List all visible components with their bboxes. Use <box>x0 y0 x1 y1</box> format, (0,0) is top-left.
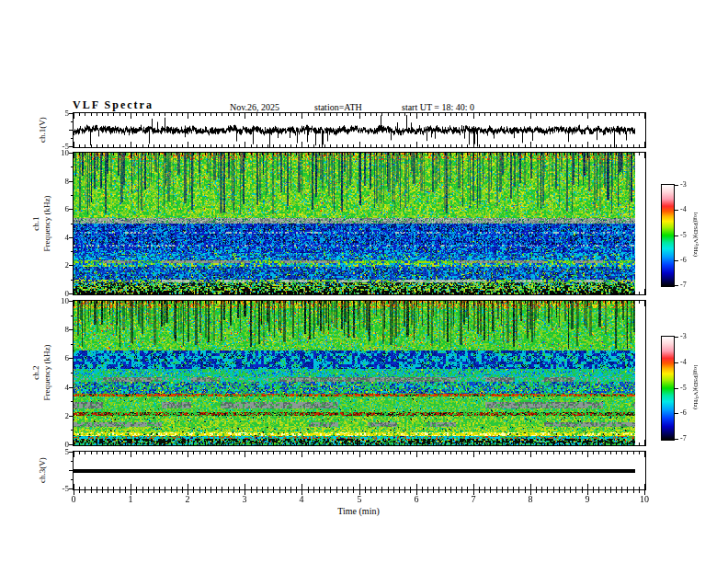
x-axis-outer-tick <box>273 490 274 493</box>
x-tick <box>427 153 428 155</box>
x-tick <box>330 301 331 304</box>
x-tick <box>301 113 302 119</box>
x-tick <box>433 292 434 294</box>
x-tick <box>210 144 211 147</box>
x-axis-outer-tick <box>627 490 628 493</box>
x-tick <box>171 442 172 445</box>
x-tick <box>616 442 617 445</box>
x-tick <box>388 113 389 116</box>
x-tick <box>74 484 74 489</box>
x-tick <box>165 153 165 155</box>
x-tick <box>313 442 314 445</box>
x-tick <box>342 113 343 116</box>
x-tick <box>113 144 114 147</box>
x-tick <box>182 301 183 304</box>
x-tick <box>301 452 302 457</box>
x-tick <box>438 113 439 116</box>
x-axis-outer-tick <box>507 490 508 493</box>
x-tick <box>336 487 337 489</box>
x-tick <box>245 289 245 294</box>
x-tick <box>433 301 434 304</box>
x-tick <box>205 452 206 454</box>
x-tick <box>97 487 97 489</box>
x-tick <box>233 292 234 294</box>
x-tick <box>125 452 126 454</box>
x-tick <box>438 487 439 489</box>
x-tick <box>633 442 634 445</box>
x-tick <box>438 292 439 294</box>
x-tick <box>541 153 542 155</box>
x-tick <box>644 301 645 306</box>
x-tick <box>438 442 439 445</box>
x-tick <box>479 301 480 304</box>
x-tick <box>119 292 120 294</box>
x-tick <box>388 442 389 445</box>
x-tick <box>319 292 320 294</box>
colorbar-ch2 <box>661 336 675 441</box>
x-tick <box>484 301 485 304</box>
x-tick <box>216 153 217 155</box>
x-tick <box>496 301 497 304</box>
x-tick <box>575 442 576 445</box>
x-tick <box>388 144 389 147</box>
ch1-wave-ylabel: ch.1(V) <box>38 117 47 143</box>
x-tick <box>530 113 531 119</box>
x-tick <box>547 113 548 116</box>
x-tick <box>165 487 165 489</box>
x-tick <box>633 301 634 304</box>
colorbar-tick <box>675 413 678 414</box>
x-tick <box>616 487 617 489</box>
x-tick <box>245 484 245 489</box>
x-tick <box>404 452 405 454</box>
x-tick <box>154 442 154 445</box>
x-tick <box>525 153 526 155</box>
x-tick <box>148 292 149 294</box>
x-tick <box>136 301 137 304</box>
x-tick <box>559 487 560 489</box>
y-tick <box>69 444 73 445</box>
x-tick <box>587 452 588 457</box>
x-tick <box>256 442 257 445</box>
x-tick <box>353 153 354 155</box>
x-tick <box>496 292 497 294</box>
x-tick <box>205 153 206 155</box>
ch1-spect-ylabel-frequency: Frequency (kHz) <box>42 195 51 251</box>
x-tick <box>324 487 325 489</box>
x-tick <box>456 301 457 304</box>
x-tick <box>290 144 291 147</box>
x-axis-outer-tick <box>388 490 389 493</box>
x-tick <box>587 484 588 489</box>
x-tick <box>205 487 206 489</box>
x-tick <box>296 487 297 489</box>
ch1-spectrogram-canvas <box>74 153 645 294</box>
x-tick <box>473 289 474 294</box>
header-date: Nov.26, 2025 <box>230 102 279 112</box>
x-tick <box>507 113 508 116</box>
x-tick <box>644 153 645 158</box>
x-tick <box>593 113 594 116</box>
x-tick <box>131 142 131 147</box>
x-tick <box>575 153 576 155</box>
x-axis-outer-tick <box>393 490 394 493</box>
x-tick-label: 3 <box>243 494 247 504</box>
x-tick <box>541 442 542 445</box>
x-tick <box>296 452 297 454</box>
x-tick <box>388 301 389 304</box>
y-minor-tick <box>71 316 73 316</box>
x-tick <box>308 144 309 147</box>
x-tick <box>142 153 143 155</box>
x-tick <box>502 442 503 445</box>
x-axis-outer-tick <box>256 490 257 493</box>
colorbar-tick-label: -5 <box>680 232 687 239</box>
x-axis-outer-tick <box>313 490 314 493</box>
x-tick <box>102 487 103 489</box>
x-tick <box>159 487 160 489</box>
y-tick <box>69 329 73 330</box>
ch3-waveform-panel <box>73 451 646 490</box>
x-tick <box>171 153 172 155</box>
x-tick <box>159 442 160 445</box>
x-tick <box>245 301 245 306</box>
x-tick <box>370 442 371 445</box>
x-tick <box>598 153 599 155</box>
x-tick <box>210 113 211 116</box>
